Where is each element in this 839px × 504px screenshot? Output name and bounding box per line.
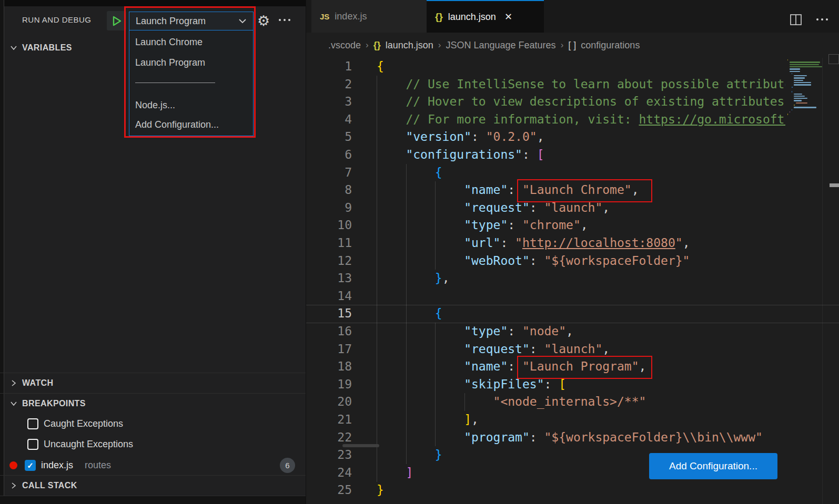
checkbox-unchecked[interactable] (27, 418, 38, 429)
editor-more-actions-icon[interactable] (816, 18, 828, 20)
minimap[interactable] (785, 58, 822, 504)
code-token: , (683, 236, 690, 250)
sidebar-title: RUN AND DEBUG (22, 15, 92, 24)
tab-label: launch.json (448, 12, 496, 23)
run-and-debug-sidebar: RUN AND DEBUG ⚙ Launch Program Launch Ch… (0, 0, 306, 504)
checkbox-unchecked[interactable] (27, 439, 38, 450)
code-token: ] (377, 466, 413, 479)
breakpoint-row-index-js[interactable]: ✓index.jsroutes6 (0, 455, 306, 475)
chevron-right-icon: › (438, 40, 441, 50)
dropdown-item-add-configuration[interactable]: Add Configuration... (135, 119, 219, 130)
more-actions-icon[interactable] (279, 19, 290, 21)
checkbox-checked[interactable]: ✓ (25, 460, 36, 471)
code-line-4: 4 // For more information, visit: https:… (306, 111, 785, 129)
section-header-breakpoints[interactable]: BREAKPOINTS (0, 393, 306, 413)
minimap-line (790, 111, 790, 112)
code-token: { (377, 166, 442, 179)
code-token: { (377, 59, 384, 73)
array-icon: [ ] (568, 40, 576, 51)
line-number: 7 (306, 164, 352, 182)
section-header-call-stack[interactable]: CALL STACK (0, 475, 306, 496)
line-number: 5 (306, 128, 352, 146)
line-number: 4 (306, 111, 352, 129)
close-icon[interactable]: ✕ (504, 11, 512, 23)
code-line-9: 9 "request": "launch", (306, 199, 785, 217)
section-header-watch[interactable]: WATCH (0, 373, 306, 393)
code-line-11: 11 "url": "http://localhost:8080", (306, 234, 785, 252)
minimap-line (792, 91, 792, 92)
code-token: http://localhost:8080 (522, 236, 675, 250)
chevron-right-icon (9, 481, 18, 490)
section-label: CALL STACK (22, 481, 77, 490)
code-line-5: 5 "version": "0.2.0", (306, 128, 785, 146)
code-line-10: 10 "type": "chrome", (306, 217, 785, 234)
code-token: , (566, 324, 573, 338)
code-token: "name" (377, 183, 508, 197)
add-configuration-button[interactable]: Add Configuration... (649, 453, 777, 479)
code-token: , (602, 342, 610, 356)
gear-icon[interactable]: ⚙ (256, 12, 271, 30)
code-token: "${workspaceFolder}\\bin\\www" (544, 430, 763, 444)
code-token: "<node_internals>/**" (377, 395, 646, 408)
minimap-line (790, 66, 822, 67)
code-token: : (530, 430, 544, 444)
code-token: " (515, 236, 522, 250)
breadcrumb-item-json-language-features[interactable]: JSON Language Features (446, 40, 555, 51)
code-token: : (522, 148, 537, 161)
dropdown-item-launch-program[interactable]: Launch Program (135, 57, 205, 68)
code-line-2: 2 // Use IntelliSense to learn about pos… (306, 76, 785, 94)
line-number: 25 (306, 481, 352, 499)
json-file-icon: {} (435, 11, 443, 23)
minimap-line (792, 109, 792, 110)
code-token: : (508, 359, 522, 373)
breadcrumb-item-configurations[interactable]: configurations (581, 40, 640, 51)
code-token: [ (559, 377, 566, 391)
debug-config-select[interactable]: Launch Program (129, 12, 254, 30)
code-line-19: 19 "skipFiles": [ (306, 376, 785, 394)
dropdown-item-launch-chrome[interactable]: Launch Chrome (135, 37, 203, 48)
code-token: "configurations" (377, 148, 522, 161)
code-token: "launch" (544, 342, 603, 356)
minimap-line (794, 80, 803, 81)
breadcrumb-item-launch-json[interactable]: launch.json (386, 40, 433, 51)
code-token: : (530, 201, 544, 214)
breadcrumb: .vscode›{}launch.json›JSON Language Feat… (306, 33, 839, 58)
code-token: : (471, 130, 486, 143)
js-file-icon: JS (320, 12, 329, 21)
dropdown-item-node-js[interactable]: Node.js... (135, 100, 175, 111)
section-label: VARIABLES (22, 43, 72, 53)
section-label: WATCH (22, 378, 53, 388)
scrollbar[interactable] (822, 58, 839, 504)
chevron-right-icon: › (561, 40, 564, 50)
tab-index-js[interactable]: JS index.js (311, 0, 427, 33)
code-token: } (377, 448, 442, 461)
line-number: 1 (306, 58, 352, 76)
line-number: 15 (306, 305, 352, 323)
tab-launch-json[interactable]: {} launch.json ✕ (427, 0, 544, 33)
breakpoint-secondary-label: routes (85, 460, 111, 471)
breakpoint-row-caught-exceptions[interactable]: Caught Exceptions (0, 414, 306, 434)
sidebar-top-strip (0, 0, 306, 6)
minimap-line (790, 64, 819, 65)
breakpoint-row-uncaught-exceptions[interactable]: Uncaught Exceptions (0, 434, 306, 454)
line-number: 16 (306, 323, 352, 341)
code-token: : (530, 342, 544, 356)
dropdown-separator (135, 83, 215, 83)
code-token: , (471, 413, 479, 426)
code-token: "Launch Program" (522, 359, 639, 373)
code-token: // For more information, visit: (377, 112, 639, 126)
minimap-line (794, 84, 811, 85)
code-token: : (500, 236, 515, 250)
minimap-line (794, 96, 805, 97)
line-number: 21 (306, 411, 352, 429)
minimap-slider[interactable] (828, 54, 839, 64)
breadcrumb-item--vscode[interactable]: .vscode (328, 40, 361, 51)
horizontal-scrollbar[interactable] (342, 444, 379, 447)
start-debugging-button[interactable] (107, 11, 126, 30)
line-number: 20 (306, 393, 352, 411)
minimap-line (796, 102, 807, 104)
code-token: "node" (522, 324, 566, 338)
split-editor-icon[interactable] (789, 13, 803, 26)
minimap-line (794, 75, 807, 76)
minimap-line (794, 94, 802, 95)
